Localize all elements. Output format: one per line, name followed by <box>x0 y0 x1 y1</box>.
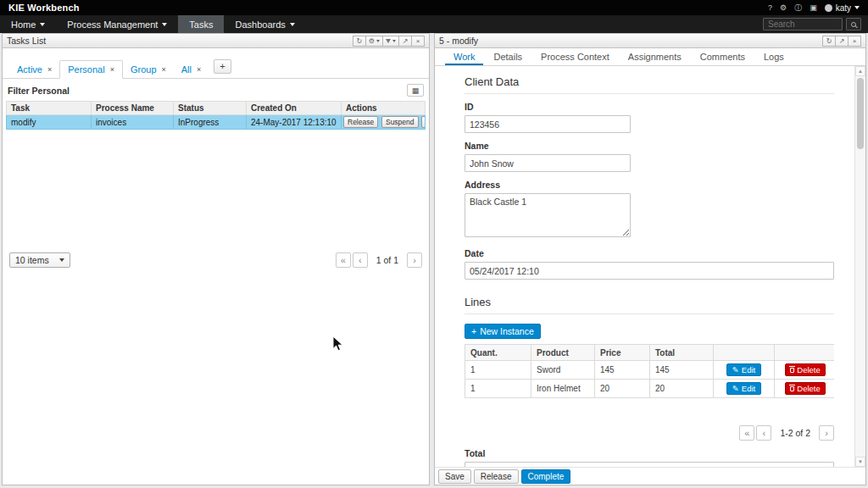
nav-item-process-management[interactable]: Process Management <box>56 15 178 33</box>
nav-search-area <box>763 15 868 33</box>
first-page-button[interactable]: « <box>739 425 754 441</box>
page-size-select[interactable]: 10 items <box>9 252 70 268</box>
suspend-button[interactable]: Suspend <box>381 116 419 128</box>
close-icon[interactable]: × <box>47 66 52 74</box>
column-picker-icon[interactable]: ▦ <box>407 84 424 97</box>
nav-item-dashboards[interactable]: Dashboards <box>224 15 305 33</box>
tab-comments[interactable]: Comments <box>692 48 754 65</box>
cell-delete: Delete <box>775 380 835 398</box>
maximize-icon[interactable]: ↗ <box>398 36 412 47</box>
cell-product: Iron Helmet <box>531 380 595 398</box>
complete-button[interactable]: Complete <box>521 469 571 484</box>
tab-assignments[interactable]: Assignments <box>620 48 690 65</box>
maximize-icon[interactable]: ↗ <box>835 36 849 47</box>
cell-actions: Release Suspend Open <box>342 115 426 130</box>
scrollbar-thumb[interactable] <box>857 78 864 149</box>
prev-page-button[interactable]: ‹ <box>756 425 771 441</box>
cell-total: 145 <box>650 361 714 380</box>
column-header-status[interactable]: Status <box>174 102 247 115</box>
tab-logs[interactable]: Logs <box>755 48 793 65</box>
monitor-icon[interactable]: ▣ <box>810 4 817 12</box>
search-button[interactable] <box>846 18 861 30</box>
address-field[interactable]: Black Castle 1 <box>465 193 631 237</box>
table-header-row: Task Process Name Status Created On Acti… <box>7 102 426 115</box>
close-icon[interactable]: × <box>848 36 861 47</box>
nav-label: Tasks <box>189 19 213 30</box>
refresh-icon[interactable]: ↻ <box>353 36 366 47</box>
info-icon[interactable]: ⓘ <box>794 4 802 12</box>
user-menu[interactable]: katy <box>825 3 860 13</box>
close-icon[interactable]: × <box>162 66 166 74</box>
app-brand: KIE Workbench <box>8 3 80 13</box>
tab-group[interactable]: Group × <box>123 61 174 78</box>
tab-label: Active <box>17 64 42 75</box>
release-button[interactable]: Release <box>474 469 519 484</box>
edit-row-button[interactable]: ✎ Edit <box>726 382 761 395</box>
close-icon[interactable]: × <box>110 66 114 74</box>
release-button[interactable]: Release <box>343 116 378 128</box>
tab-details[interactable]: Details <box>485 48 531 65</box>
column-header-total: Total <box>650 345 714 361</box>
tab-label: Personal <box>68 64 104 75</box>
task-detail-panel: 5 - modify ↻ ↗ × Work Details Process Co… <box>434 33 866 485</box>
open-button[interactable]: Open <box>421 116 425 128</box>
cell-edit: ✎ Edit <box>714 380 775 398</box>
page-indicator: 1-2 of 2 <box>780 428 810 438</box>
column-header-price: Price <box>595 345 650 361</box>
task-detail-tabs: Work Details Process Context Assignments… <box>435 48 865 66</box>
scroll-up-icon[interactable]: ▲ <box>855 66 865 76</box>
prev-page-button[interactable]: ‹ <box>353 252 368 268</box>
nav-item-tasks[interactable]: Tasks <box>178 15 224 33</box>
delete-row-button[interactable]: Delete <box>785 363 825 376</box>
delete-row-button[interactable]: Delete <box>785 382 825 395</box>
save-button[interactable]: Save <box>438 469 471 484</box>
tab-personal[interactable]: Personal × <box>59 60 123 79</box>
gear-icon[interactable]: ⚙ <box>780 4 787 12</box>
tab-process-context[interactable]: Process Context <box>532 48 618 65</box>
add-tab-button[interactable]: + <box>214 59 231 74</box>
column-header-created-on[interactable]: Created On <box>247 102 342 115</box>
settings-menu-button[interactable]: ⚙ <box>365 36 383 47</box>
cell-quant: 1 <box>465 361 531 380</box>
date-label: Date <box>465 248 834 258</box>
date-field[interactable] <box>465 262 834 280</box>
next-page-button[interactable]: › <box>407 252 422 268</box>
name-field[interactable] <box>465 154 631 172</box>
trash-icon <box>790 386 794 391</box>
filter-title: Filter Personal <box>8 86 70 96</box>
chevron-down-icon <box>392 40 396 42</box>
new-instance-button[interactable]: + New Instance <box>465 324 541 339</box>
column-header-process-name[interactable]: Process Name <box>92 102 174 115</box>
tab-active[interactable]: Active × <box>9 61 59 78</box>
cell-quant: 1 <box>465 380 531 398</box>
id-label: ID <box>465 102 834 112</box>
nav-label: Process Management <box>67 19 158 30</box>
id-field[interactable] <box>465 115 631 133</box>
tab-work[interactable]: Work <box>445 48 483 65</box>
nav-item-home[interactable]: Home <box>0 15 56 33</box>
search-input[interactable] <box>763 18 843 30</box>
cell-delete: Delete <box>775 361 835 380</box>
topbar-controls: ? ⚙ ⓘ ▣ katy <box>768 3 860 13</box>
scroll-down-icon[interactable]: ▼ <box>855 457 865 467</box>
column-header-task[interactable]: Task <box>7 102 92 115</box>
column-header-product: Product <box>531 345 595 361</box>
help-icon[interactable]: ? <box>768 4 772 12</box>
cell-status: InProgress <box>174 115 247 130</box>
refresh-icon[interactable]: ↻ <box>822 36 836 47</box>
main-navbar: Home Process Management Tasks Dashboards <box>0 15 868 33</box>
table-row[interactable]: modify invoices InProgress 24-May-2017 1… <box>7 115 426 130</box>
plus-icon: + <box>471 326 476 336</box>
close-icon[interactable]: × <box>411 36 425 47</box>
task-detail-header: 5 - modify ↻ ↗ × <box>435 34 865 48</box>
edit-row-button[interactable]: ✎ Edit <box>726 363 761 376</box>
next-page-button[interactable]: › <box>819 425 834 441</box>
filter-menu-button[interactable] <box>382 36 399 47</box>
close-icon[interactable]: × <box>197 66 201 74</box>
edit-icon: ✎ <box>732 365 739 374</box>
first-page-button[interactable]: « <box>336 252 351 268</box>
vertical-scrollbar[interactable]: ▲ ▼ <box>854 66 865 467</box>
total-label: Total <box>465 448 834 458</box>
tab-all[interactable]: All × <box>174 61 209 78</box>
lines-table: Quant. Product Price Total 1 Sword 145 1… <box>465 344 834 398</box>
